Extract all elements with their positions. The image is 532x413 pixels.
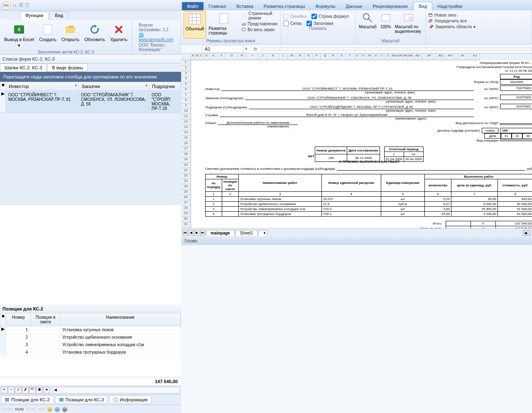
- row-header[interactable]: 14: [181, 130, 191, 136]
- row-header[interactable]: 24: [181, 184, 191, 190]
- column-header[interactable]: H: [238, 54, 246, 60]
- column-header[interactable]: AH: [446, 54, 455, 60]
- more-button[interactable]: ▾: [43, 387, 50, 393]
- paste-icon[interactable]: [25, 3, 29, 7]
- column-header[interactable]: D: [203, 54, 210, 60]
- row-header[interactable]: 10: [181, 109, 191, 114]
- column-header[interactable]: R: [329, 54, 338, 60]
- column-header[interactable]: AA: [392, 54, 397, 60]
- pos-col-posest[interactable]: Позиция в смете: [31, 313, 60, 326]
- table-row[interactable]: ▶ ООО "СТРОЙИНВЕСТ" Г. МОСКВА, РЯЗАНСКИЙ…: [0, 91, 181, 113]
- column-header[interactable]: N: [296, 54, 304, 60]
- row-header[interactable]: 19: [181, 157, 191, 163]
- row-header[interactable]: 11: [181, 114, 191, 120]
- column-header[interactable]: T: [346, 54, 354, 60]
- row-header[interactable]: 12: [181, 120, 191, 125]
- column-header[interactable]: Z: [385, 54, 392, 60]
- column-header[interactable]: U: [354, 54, 360, 60]
- pagebreak-button[interactable]: 📄 Страничный режим: [242, 11, 278, 20]
- tab-formulas[interactable]: Формулы: [311, 2, 341, 10]
- list-item[interactable]: 4Установка тротуарных бордюров: [0, 349, 181, 356]
- subtab-inform[interactable]: В виде формы: [47, 64, 88, 72]
- column-header[interactable]: [433, 54, 436, 60]
- column-header[interactable]: B: [195, 54, 199, 60]
- scissors-icon[interactable]: [12, 3, 17, 7]
- row-header[interactable]: 30: [181, 217, 191, 222]
- cancel-button[interactable]: ✗: [22, 387, 29, 393]
- row-header[interactable]: 3: [181, 71, 191, 76]
- col-contractor[interactable]: Подрядчик: [150, 82, 181, 90]
- bottomtab-info[interactable]: iИнформация: [109, 396, 151, 404]
- column-header[interactable]: AD: [413, 54, 422, 60]
- row-header[interactable]: 8: [181, 98, 191, 103]
- row-header[interactable]: 22: [181, 174, 191, 179]
- column-header[interactable]: C: [199, 54, 203, 60]
- tab-pagelayout[interactable]: Разметка страницы: [259, 2, 311, 10]
- custom-views-button[interactable]: 🗂 Представления: [242, 22, 278, 26]
- column-header[interactable]: Q: [321, 54, 329, 60]
- tab-home[interactable]: Главная: [203, 2, 231, 10]
- column-header[interactable]: [467, 54, 471, 60]
- sheet-nav-prev[interactable]: ◀: [189, 230, 194, 236]
- gridlines-checkbox[interactable]: Сетка: [283, 21, 302, 26]
- column-header[interactable]: AI: [458, 54, 467, 60]
- column-header[interactable]: M: [288, 54, 296, 60]
- row-header[interactable]: 25: [181, 190, 191, 195]
- pos-col-name[interactable]: Наименование: [60, 313, 181, 326]
- column-header[interactable]: Y: [379, 54, 385, 60]
- formulabar-checkbox[interactable]: Строка формул: [311, 14, 349, 19]
- row-selector[interactable]: ▶: [0, 91, 6, 112]
- tab-functions[interactable]: Функции: [20, 12, 49, 20]
- column-header[interactable]: W: [367, 54, 373, 60]
- sheet-mainpage[interactable]: mainpage: [206, 230, 235, 236]
- row-header[interactable]: 2: [181, 66, 191, 71]
- row-header[interactable]: 18: [181, 152, 191, 157]
- forms-grid[interactable]: ■ Инвестор▼ Заказчик▼ Подрядчик ▶ ООО "С…: [0, 82, 181, 113]
- export-excel-button[interactable]: X Вывод в Excel ▾: [2, 21, 36, 50]
- column-header[interactable]: AF: [426, 54, 433, 60]
- sheet-nav-next[interactable]: ▶: [194, 230, 199, 236]
- row-header[interactable]: 16: [181, 141, 191, 147]
- ks-button[interactable]: КС: [29, 387, 36, 393]
- info-site[interactable]: 🌐 www.stroysoft.com: [139, 33, 174, 42]
- column-header[interactable]: AA: [408, 54, 413, 60]
- row-header[interactable]: 20: [181, 163, 191, 168]
- remove-button[interactable]: −: [8, 387, 15, 393]
- ruler-checkbox[interactable]: Линейка: [283, 14, 306, 19]
- arrange-button[interactable]: 🗗 Упорядочить все: [429, 19, 529, 23]
- sheet-sheet1[interactable]: Sheet1: [235, 230, 258, 236]
- normal-view-button[interactable]: Обычный: [184, 11, 206, 39]
- bottomtab-ks2[interactable]: Позиции для КС-2: [1, 396, 54, 404]
- row-header[interactable]: 27: [181, 200, 191, 206]
- scrollbar[interactable]: ◄: [53, 387, 180, 393]
- row-header[interactable]: 23: [181, 179, 191, 184]
- row-header[interactable]: 26: [181, 195, 191, 200]
- row-header[interactable]: 13: [181, 125, 191, 130]
- tab-data[interactable]: Данные: [341, 2, 368, 10]
- sheet-grid[interactable]: Унифицированная форма № КС- 2 Утверждена…: [191, 60, 532, 228]
- column-header[interactable]: L: [279, 54, 288, 60]
- tab-insert[interactable]: Вставка: [231, 2, 259, 10]
- column-header[interactable]: O: [304, 54, 313, 60]
- row-header[interactable]: 29: [181, 211, 191, 217]
- column-header[interactable]: J: [259, 54, 267, 60]
- row-header[interactable]: 6: [181, 87, 191, 93]
- col-customer[interactable]: Заказчик▼: [79, 82, 150, 90]
- filter-icon[interactable]: ▼: [145, 83, 148, 88]
- row-header[interactable]: 4: [181, 76, 191, 82]
- column-header[interactable]: AA: [402, 54, 408, 60]
- column-header[interactable]: X: [373, 54, 379, 60]
- create-button[interactable]: Создать: [37, 21, 58, 50]
- filter-icon[interactable]: ▼: [74, 83, 78, 88]
- row-header[interactable]: 15: [181, 136, 191, 141]
- column-header[interactable]: S: [338, 54, 346, 60]
- list-item[interactable]: 2Устройство щебеночного основания: [0, 334, 181, 341]
- row-header[interactable]: 1: [181, 60, 191, 66]
- column-header[interactable]: AJ: [471, 54, 480, 60]
- list-item[interactable]: 3Устройство ливнеприемных колодцев о1м: [0, 341, 181, 349]
- tab-view[interactable]: Вид: [413, 2, 432, 10]
- column-header[interactable]: AA: [397, 54, 402, 60]
- column-header[interactable]: F: [218, 54, 226, 60]
- col-investor[interactable]: Инвестор▼: [6, 82, 79, 90]
- zoom100-button[interactable]: 100%: [379, 11, 392, 39]
